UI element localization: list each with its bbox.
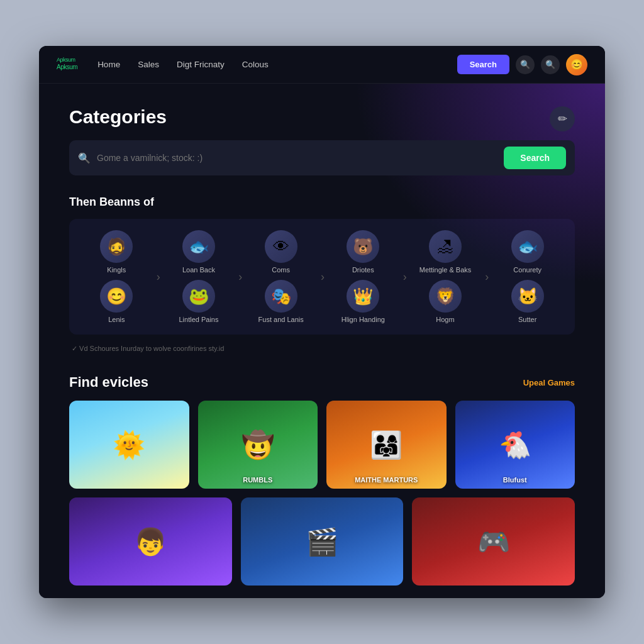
cat-avatar-loanback: 🐟 [182, 230, 215, 263]
game-card-label-4: Blufust [455, 476, 575, 484]
game-card-label-2: RUMBLS [198, 476, 318, 484]
nav-search-icon-2[interactable]: 🔍 [541, 55, 560, 74]
cat-item-fustandlanis[interactable]: 🎭 Fust and Lanis [258, 280, 304, 323]
game-card-bg-2: 🤠 [198, 401, 318, 489]
cat-label-lenis: Lenis [108, 316, 125, 323]
cat-avatar-hogm: 🦁 [429, 280, 462, 313]
nav-sales[interactable]: Sales [138, 60, 159, 69]
nav-links: Home Sales Digt Fricnaty Colous [97, 60, 437, 69]
cat-avatar-driotes: 🐻 [347, 230, 379, 263]
nav-home[interactable]: Home [97, 60, 120, 69]
games-grid-2: 👦 🎬 🎮 [69, 497, 575, 586]
cat-label-hlignhanding: Hlign Handing [341, 316, 385, 323]
game-card-bg-1: 🌞 [69, 401, 189, 489]
cat-item-conurety[interactable]: 🐟 Conurety [511, 230, 544, 274]
cat-avatar-mettingle: 🏖 [429, 230, 462, 263]
cat-item-mettingle[interactable]: 🏖 Mettingle & Baks [419, 230, 472, 274]
categories-search-button[interactable]: Search [504, 147, 566, 169]
nav-search-icon-1[interactable]: 🔍 [516, 55, 535, 74]
cat-avatar-lenis: 😊 [100, 280, 133, 313]
cat-item-lenis[interactable]: 😊 Lenis [100, 280, 133, 323]
cat-col-1: 🧔 Kingls 😊 Lenis [78, 230, 155, 323]
nav-avatar[interactable]: 😊 [566, 54, 587, 75]
games-grid: 🌞 🤠 RUMBLS 👨‍👩‍👧 MAITHE MARTURS 🐔 Blufus… [69, 401, 575, 489]
game-card-bg-5: 👦 [69, 497, 232, 586]
categories-search-input[interactable] [97, 153, 504, 163]
find-link[interactable]: Upeal Games [523, 378, 575, 387]
game-card-bg-4: 🐔 [455, 401, 575, 489]
game-card-3[interactable]: 👨‍👩‍👧 MAITHE MARTURS [326, 401, 447, 489]
cat-avatar-sutter: 🐱 [511, 280, 544, 313]
navbar: Apksum Apksum Home Sales Digt Fricnaty C… [39, 46, 605, 84]
search-bar: 🔍 Search [69, 140, 575, 175]
cat-label-kingls: Kingls [107, 266, 126, 274]
cat-item-kingls[interactable]: 🧔 Kingls [100, 230, 133, 274]
cat-label-conurety: Conurety [513, 266, 541, 274]
float-edit-button[interactable]: ✏ [550, 106, 575, 131]
main-content: ✏ Categories 🔍 Search Then Beanns of 🧔 K… [39, 84, 605, 598]
cat-avatar-conurety: 🐟 [511, 230, 544, 263]
cat-item-hlignhanding[interactable]: 👑 Hlign Handing [341, 280, 385, 323]
nav-search-button[interactable]: Search [457, 55, 509, 74]
game-card-2[interactable]: 🤠 RUMBLS [198, 401, 318, 489]
nav-digital[interactable]: Digt Fricnaty [177, 60, 225, 69]
categories-grid: 🧔 Kingls 😊 Lenis 🐟 Loan Back 🐸 Lintled P… [69, 219, 575, 335]
logo: Apksum Apksum [57, 57, 77, 72]
game-card-1[interactable]: 🌞 [69, 401, 189, 489]
cat-col-3: 👁 Coms 🎭 Fust and Lanis [242, 230, 319, 323]
cat-avatar-lintledpains: 🐸 [182, 280, 215, 313]
cat-item-lintledpains[interactable]: 🐸 Lintled Pains [179, 280, 218, 323]
find-section-header: Find evicles Upeal Games [69, 374, 575, 391]
logo-sub: Apksum [57, 57, 77, 63]
cat-label-mettingle: Mettingle & Baks [419, 266, 472, 274]
game-card-7[interactable]: 🎮 [412, 497, 575, 586]
game-card-bg-7: 🎮 [412, 497, 575, 586]
cat-label-lintledpains: Lintled Pains [179, 316, 218, 323]
cat-label-driotes: Driotes [352, 266, 374, 274]
categories-footer: ✓ Vd Schoures Inurday to wolve coonfirin… [69, 341, 575, 357]
cat-avatar-fustandlanis: 🎭 [265, 280, 297, 313]
categories-title: Categories [69, 106, 575, 128]
cat-item-sutter[interactable]: 🐱 Sutter [511, 280, 544, 323]
cat-label-hogm: Hogm [436, 316, 454, 323]
cat-avatar-hlignhanding: 👑 [347, 280, 379, 313]
cat-col-2: 🐟 Loan Back 🐸 Lintled Pains [160, 230, 238, 323]
cat-item-driotes[interactable]: 🐻 Driotes [347, 230, 379, 274]
logo-main: Apksum [57, 64, 77, 70]
cat-avatar-kingls: 🧔 [100, 230, 133, 263]
categories-footer-text: ✓ Vd Schoures Inurday to wolve coonfirin… [72, 345, 224, 353]
cat-avatar-coms: 👁 [265, 230, 297, 263]
section-title: Then Beanns of [69, 196, 575, 209]
browser-window: Apksum Apksum Home Sales Digt Fricnaty C… [39, 46, 605, 598]
nav-colours[interactable]: Colous [242, 60, 269, 69]
cat-item-coms[interactable]: 👁 Coms [265, 230, 297, 274]
cat-col-5: 🏖 Mettingle & Baks 🦁 Hogm [407, 230, 484, 323]
cat-item-hogm[interactable]: 🦁 Hogm [429, 280, 462, 323]
cat-col-4: 🐻 Driotes 👑 Hlign Handing [325, 230, 402, 323]
game-card-label-3: MAITHE MARTURS [326, 476, 447, 484]
nav-right: Search 🔍 🔍 😊 [457, 54, 587, 75]
game-card-4[interactable]: 🐔 Blufust [455, 401, 575, 489]
find-title: Find evicles [69, 374, 148, 391]
cat-label-coms: Coms [272, 266, 290, 274]
cat-col-6: 🐟 Conurety 🐱 Sutter [489, 230, 566, 323]
game-card-bg-6: 🎬 [241, 497, 404, 586]
cat-item-loanback[interactable]: 🐟 Loan Back [182, 230, 215, 274]
cat-label-sutter: Sutter [518, 316, 536, 323]
game-card-bg-3: 👨‍👩‍👧 [326, 401, 447, 489]
search-icon: 🔍 [78, 152, 91, 164]
game-card-6[interactable]: 🎬 [241, 497, 404, 586]
cat-label-fustandlanis: Fust and Lanis [258, 316, 304, 323]
cat-label-loanback: Loan Back [182, 266, 215, 274]
game-card-5[interactable]: 👦 [69, 497, 232, 586]
